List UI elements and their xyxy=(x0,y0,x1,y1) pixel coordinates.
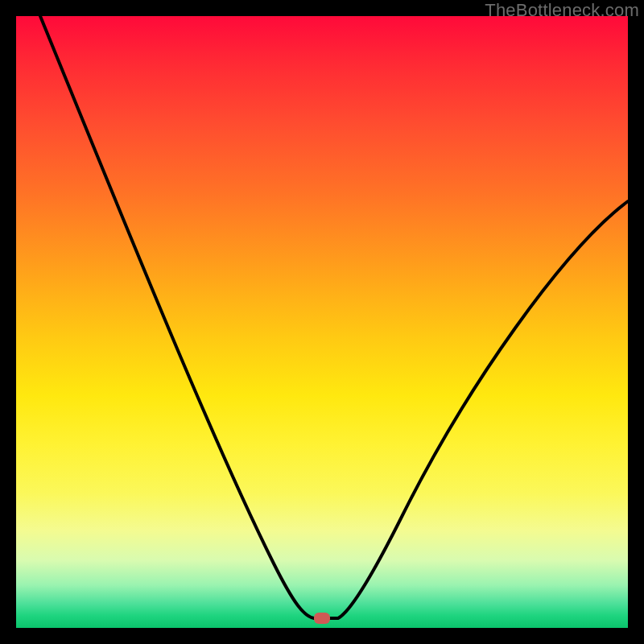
optimal-marker xyxy=(314,613,330,624)
watermark-text: TheBottleneck.com xyxy=(485,0,639,21)
plot-area xyxy=(16,16,628,628)
curve-path xyxy=(40,16,628,618)
bottleneck-curve xyxy=(16,16,628,628)
chart-frame: TheBottleneck.com xyxy=(0,0,644,644)
